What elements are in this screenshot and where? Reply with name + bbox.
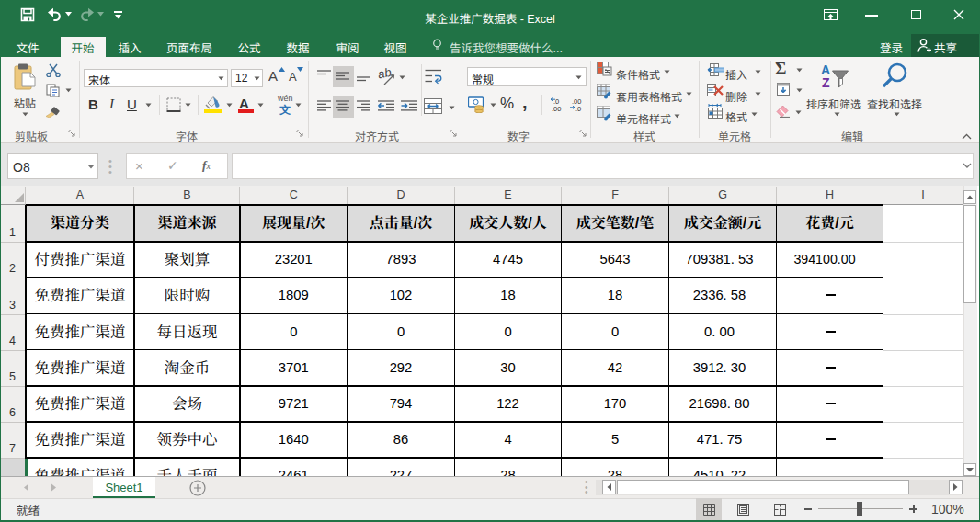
svg-text:Z: Z [822, 75, 830, 88]
svg-text:.00: .00 [552, 105, 561, 112]
svg-text:.0: .0 [575, 105, 581, 112]
